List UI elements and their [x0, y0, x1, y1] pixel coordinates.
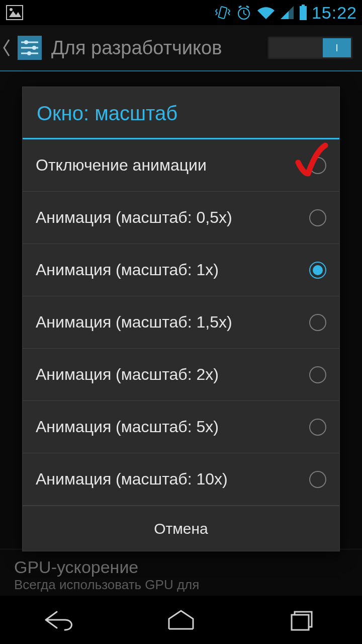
- option-scale-1x[interactable]: Анимация (масштаб: 1x): [23, 244, 339, 296]
- screen: 15:22 Для разработчиков I: [0, 0, 362, 644]
- svg-point-2: [10, 8, 13, 11]
- option-label: Анимация (масштаб: 1x): [36, 261, 309, 279]
- svg-rect-3: [218, 7, 227, 19]
- navigation-bar: [0, 596, 362, 644]
- svg-marker-10: [281, 11, 289, 19]
- dialog-footer: Отмена: [23, 506, 339, 551]
- option-label: Анимация (масштаб: 1,5x): [36, 313, 309, 332]
- wifi-icon: [256, 5, 276, 20]
- svg-marker-1: [9, 11, 21, 17]
- alarm-icon: [235, 4, 252, 21]
- signal-icon: [280, 5, 295, 20]
- window-scale-dialog: Окно: масштаб Отключение анимации Анимац…: [22, 87, 340, 551]
- cancel-button[interactable]: Отмена: [23, 506, 339, 551]
- radio-icon: [309, 366, 326, 383]
- option-label: Анимация (масштаб: 10x): [36, 470, 309, 489]
- status-bar: 15:22: [0, 0, 362, 25]
- option-label: Анимация (масштаб: 0,5x): [36, 208, 309, 227]
- radio-icon: [309, 314, 326, 331]
- option-scale-2x[interactable]: Анимация (масштаб: 2x): [23, 349, 339, 401]
- nav-home-button[interactable]: [141, 600, 221, 640]
- option-scale-5x[interactable]: Анимация (масштаб: 5x): [23, 401, 339, 453]
- svg-line-7: [239, 6, 241, 8]
- radio-icon: [309, 419, 326, 436]
- nav-recent-button[interactable]: [261, 600, 342, 640]
- svg-line-8: [246, 6, 249, 8]
- dialog-title: Окно: масштаб: [23, 87, 339, 138]
- svg-rect-0: [7, 6, 23, 20]
- picture-icon: [6, 5, 23, 20]
- option-animation-off[interactable]: Отключение анимации: [23, 139, 339, 192]
- hand-drawn-check-icon: [293, 142, 329, 183]
- svg-point-19: [27, 51, 31, 55]
- option-scale-10x[interactable]: Анимация (масштаб: 10x): [23, 453, 339, 506]
- setting-title: GPU-ускорение: [14, 557, 348, 577]
- setting-gpu: GPU-ускорение Всегда использовать GPU дл…: [0, 549, 362, 596]
- radio-icon: [309, 209, 326, 226]
- back-button[interactable]: [0, 33, 44, 62]
- svg-rect-12: [300, 6, 307, 20]
- option-label: Отключение анимации: [36, 156, 309, 175]
- status-clock: 15:22: [312, 3, 357, 23]
- svg-line-6: [244, 14, 246, 15]
- option-scale-0-5x[interactable]: Анимация (масштаб: 0,5x): [23, 192, 339, 244]
- svg-point-17: [32, 46, 36, 50]
- nav-back-button[interactable]: [20, 600, 101, 640]
- svg-point-15: [24, 40, 28, 44]
- settings-sliders-icon: [15, 33, 44, 62]
- option-scale-1-5x[interactable]: Анимация (масштаб: 1,5x): [23, 296, 339, 349]
- action-bar: Для разработчиков I: [0, 25, 362, 71]
- radio-checked-icon: [309, 262, 326, 279]
- vibrate-icon: [214, 4, 231, 21]
- option-label: Анимация (масштаб: 2x): [36, 365, 309, 384]
- toggle-thumb: I: [323, 38, 351, 57]
- developer-toggle[interactable]: I: [267, 36, 353, 59]
- page-title: Для разработчиков: [51, 37, 222, 59]
- radio-icon: [309, 471, 326, 488]
- svg-rect-22: [292, 615, 309, 630]
- battery-icon: [299, 5, 308, 21]
- svg-rect-11: [302, 5, 305, 6]
- setting-subtitle: Всегда использовать GPU для: [14, 577, 348, 593]
- option-label: Анимация (масштаб: 5x): [36, 418, 309, 436]
